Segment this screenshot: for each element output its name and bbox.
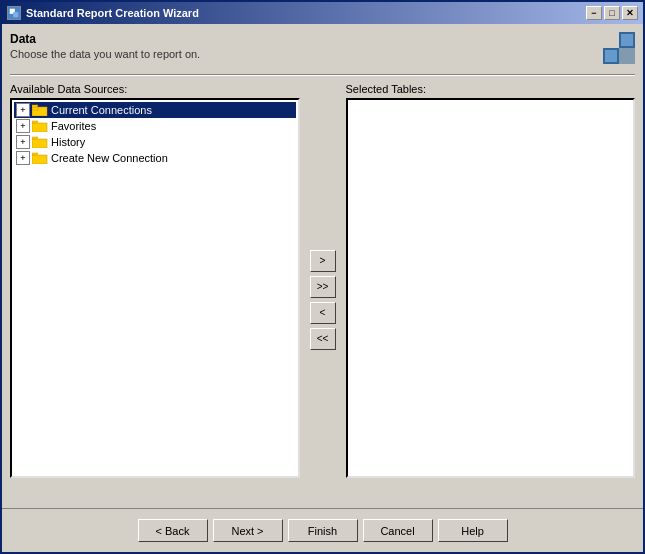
title-bar: Standard Report Creation Wizard − □ ✕ <box>2 2 643 24</box>
folder-icon-history <box>32 136 48 148</box>
middle-buttons: > >> < << <box>300 103 346 496</box>
svg-marker-16 <box>32 153 38 155</box>
folder-icon-favorites <box>32 120 48 132</box>
svg-rect-15 <box>32 155 47 164</box>
divider <box>10 74 635 75</box>
wizard-window: Standard Report Creation Wizard − □ ✕ Da… <box>0 0 645 554</box>
finish-button[interactable]: Finish <box>288 519 358 542</box>
tree-item-favorites[interactable]: + Favorites <box>14 118 296 134</box>
svg-rect-7 <box>619 48 635 64</box>
close-button[interactable]: ✕ <box>622 6 638 20</box>
folder-icon-current-connections <box>32 104 48 116</box>
svg-marker-14 <box>32 137 38 139</box>
title-bar-left: Standard Report Creation Wizard <box>7 6 199 20</box>
title-buttons: − □ ✕ <box>586 6 638 20</box>
right-panel: Selected Tables: <box>346 83 636 496</box>
label-history: History <box>51 136 85 148</box>
svg-rect-13 <box>32 139 47 148</box>
selected-tables-box[interactable] <box>346 98 636 478</box>
page-title: Data <box>10 32 200 46</box>
expander-history[interactable]: + <box>16 135 30 149</box>
header-icon <box>603 32 635 64</box>
tree-item-history[interactable]: + History <box>14 134 296 150</box>
add-one-button[interactable]: > <box>310 250 336 272</box>
expander-favorites[interactable]: + <box>16 119 30 133</box>
cancel-button[interactable]: Cancel <box>363 519 433 542</box>
back-button[interactable]: < Back <box>138 519 208 542</box>
minimize-button[interactable]: − <box>586 6 602 20</box>
label-current-connections: Current Connections <box>51 104 152 116</box>
wizard-icon <box>7 6 21 20</box>
header-text: Data Choose the data you want to report … <box>10 32 200 60</box>
next-button[interactable]: Next > <box>213 519 283 542</box>
svg-marker-12 <box>32 121 38 123</box>
bottom-bar: < Back Next > Finish Cancel Help <box>2 508 643 552</box>
add-all-button[interactable]: >> <box>310 276 336 298</box>
left-panel-label: Available Data Sources: <box>10 83 300 95</box>
expander-create-new[interactable]: + <box>16 151 30 165</box>
svg-rect-4 <box>621 34 633 46</box>
tree-item-create-new[interactable]: + Create New Connection <box>14 150 296 166</box>
page-subtitle: Choose the data you want to report on. <box>10 48 200 60</box>
folder-icon-create-new <box>32 152 48 164</box>
left-panel: Available Data Sources: + Current Connec… <box>10 83 300 496</box>
help-button[interactable]: Help <box>438 519 508 542</box>
right-panel-label: Selected Tables: <box>346 83 636 95</box>
maximize-button[interactable]: □ <box>604 6 620 20</box>
remove-one-button[interactable]: < <box>310 302 336 324</box>
label-create-new: Create New Connection <box>51 152 168 164</box>
svg-rect-11 <box>32 123 47 132</box>
remove-all-button[interactable]: << <box>310 328 336 350</box>
data-sources-tree[interactable]: + Current Connections + Favorites <box>10 98 300 478</box>
svg-rect-2 <box>13 12 18 17</box>
window-title: Standard Report Creation Wizard <box>26 7 199 19</box>
svg-marker-10 <box>32 105 38 107</box>
content-area: Data Choose the data you want to report … <box>2 24 643 504</box>
tree-item-current-connections[interactable]: + Current Connections <box>14 102 296 118</box>
label-favorites: Favorites <box>51 120 96 132</box>
svg-rect-6 <box>605 50 617 62</box>
main-content: Available Data Sources: + Current Connec… <box>10 83 635 496</box>
svg-rect-9 <box>32 107 38 110</box>
header-section: Data Choose the data you want to report … <box>10 32 635 64</box>
expander-current-connections[interactable]: + <box>16 103 30 117</box>
